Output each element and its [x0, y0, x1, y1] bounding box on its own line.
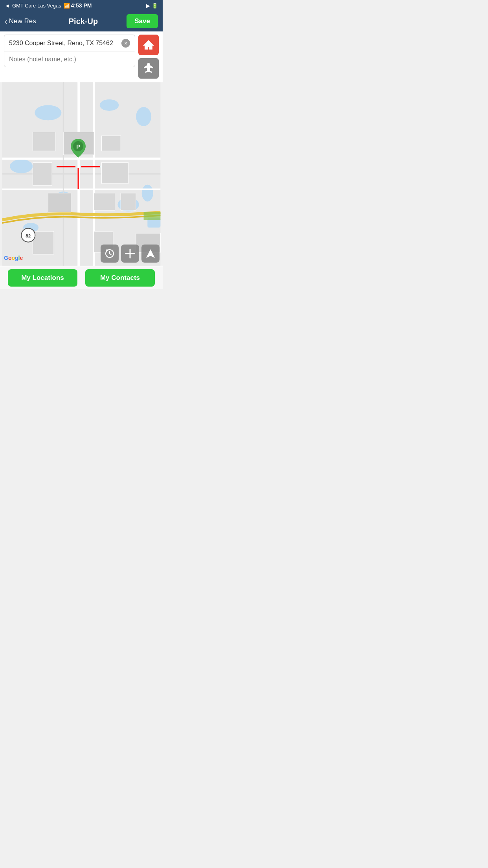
address-text: 5230 Cooper Street, Reno, TX 75462	[9, 40, 121, 47]
navigate-icon	[145, 248, 156, 259]
type-buttons	[138, 35, 159, 79]
location-pin-icon: P	[71, 139, 86, 158]
svg-point-5	[10, 160, 33, 173]
center-icon	[125, 248, 135, 259]
status-bar: ◄ GMT Care Las Vegas 📶 4:53 PM ▶ 🔋	[0, 0, 163, 11]
svg-point-3	[100, 99, 119, 111]
center-map-button[interactable]	[121, 245, 139, 263]
map-wrapper[interactable]: 82 P Google	[0, 82, 163, 266]
svg-point-8	[142, 185, 153, 202]
airport-type-button[interactable]	[138, 58, 159, 79]
map-pin: P	[71, 139, 86, 159]
home-icon	[142, 39, 155, 51]
notes-input[interactable]	[4, 52, 135, 67]
my-contacts-button[interactable]: My Contacts	[85, 269, 155, 287]
back-button[interactable]: ‹ New Res	[5, 17, 40, 25]
app-wrapper: ◄ GMT Care Las Vegas 📶 4:53 PM ▶ 🔋 ‹ New…	[0, 0, 163, 289]
status-bar-time: 4:53 PM	[71, 2, 92, 9]
map-bottom-buttons	[101, 245, 160, 263]
back-label: New Res	[9, 17, 36, 25]
save-button[interactable]: Save	[127, 14, 158, 28]
clear-address-button[interactable]: ×	[121, 39, 130, 48]
location-icon: ▶	[146, 3, 150, 9]
history-location-button[interactable]	[101, 245, 119, 263]
battery-icon: 🔋	[152, 3, 158, 9]
svg-text:82: 82	[26, 233, 31, 238]
airplane-icon	[142, 62, 155, 75]
history-icon	[105, 248, 115, 259]
map-svg: 82	[0, 82, 163, 266]
carrier-label: GMT Care Las Vegas	[12, 3, 61, 9]
tab-bar: My Locations My Contacts	[0, 266, 163, 289]
svg-marker-0	[143, 40, 154, 50]
svg-marker-37	[146, 249, 155, 258]
pin-label: P	[76, 143, 80, 150]
svg-point-2	[35, 105, 61, 120]
google-g2: g	[15, 255, 18, 261]
google-e: e	[20, 255, 23, 261]
google-g: G	[4, 255, 8, 261]
status-bar-left: ◄ GMT Care Las Vegas 📶	[5, 3, 70, 9]
svg-rect-25	[33, 231, 54, 254]
svg-rect-24	[121, 193, 136, 210]
search-inputs: 5230 Cooper Street, Reno, TX 75462 ×	[4, 35, 135, 67]
svg-rect-28	[144, 212, 161, 220]
google-o2: o	[11, 255, 15, 261]
svg-rect-21	[102, 162, 128, 184]
svg-rect-22	[48, 193, 71, 212]
chevron-left-icon: ‹	[5, 17, 7, 25]
google-logo: Google	[4, 255, 23, 261]
address-row: 5230 Cooper Street, Reno, TX 75462 ×	[4, 35, 135, 52]
search-area: 5230 Cooper Street, Reno, TX 75462 ×	[0, 31, 163, 82]
svg-rect-17	[33, 132, 55, 151]
svg-rect-19	[102, 136, 121, 151]
svg-point-4	[136, 107, 151, 126]
page-title: Pick-Up	[40, 17, 127, 26]
my-locations-button[interactable]: My Locations	[8, 269, 77, 287]
wifi-icon: 📶	[64, 3, 70, 9]
home-type-button[interactable]	[138, 35, 159, 55]
status-bar-right: ▶ 🔋	[146, 3, 158, 9]
nav-bar: ‹ New Res Pick-Up Save	[0, 11, 163, 31]
svg-rect-23	[94, 193, 115, 210]
svg-rect-20	[33, 162, 52, 185]
navigate-button[interactable]	[141, 245, 160, 263]
back-arrow-icon: ◄	[5, 3, 10, 9]
